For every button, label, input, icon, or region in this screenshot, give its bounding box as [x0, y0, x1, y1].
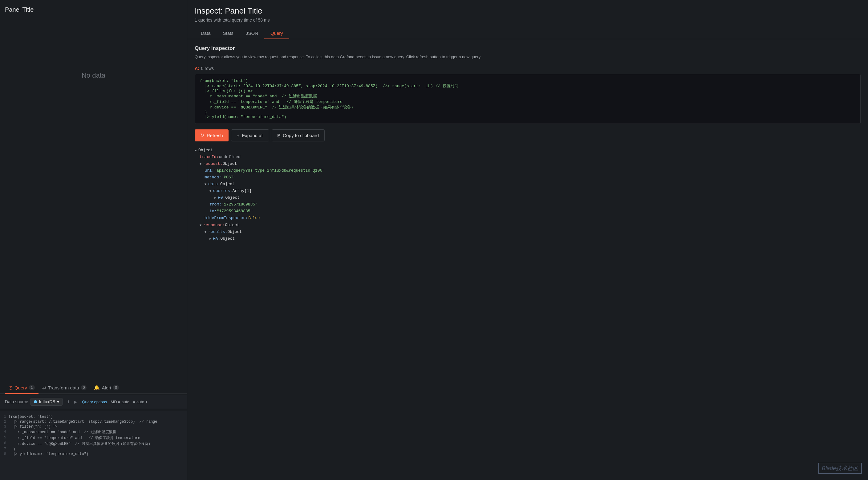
- code-line: 8 |> yield(name: "temperature_data"): [0, 452, 187, 457]
- json-row-results: ▼ results: Object: [195, 229, 861, 235]
- json-row-url: url: "api/ds/query?ds_type=influxdb&requ…: [195, 167, 861, 174]
- tab-query-inspect[interactable]: Query: [264, 27, 289, 39]
- refresh-button[interactable]: ↻ Refresh: [195, 129, 228, 142]
- inspect-title: Inspect: Panel Title: [195, 6, 861, 16]
- json-row-request: ▼ request: Object: [195, 160, 861, 167]
- watermark: Blade技术社区: [818, 463, 862, 474]
- json-row-to: to: "1729593469885": [195, 208, 861, 215]
- expand-icon: +: [237, 133, 240, 138]
- query-options-button[interactable]: Query options: [82, 399, 107, 404]
- triangle-icon[interactable]: ►: [214, 195, 218, 201]
- code-line: 4 r._measurement == "node" and // 过滤出温度数…: [0, 429, 187, 435]
- json-row-0: ► ►0: Object: [195, 194, 861, 201]
- expand-all-button[interactable]: + Expand all: [231, 129, 270, 142]
- triangle-icon[interactable]: ▼: [199, 161, 203, 167]
- triangle-icon[interactable]: ▼: [205, 182, 208, 187]
- json-row-from: from: "1729571869885": [195, 201, 861, 208]
- refresh-icon: ↻: [200, 132, 204, 138]
- inspect-subtitle: 1 queries with total query time of 58 ms: [195, 18, 861, 23]
- code-line: 5 r._field == "temperature" and // 确保字段是…: [0, 435, 187, 441]
- action-buttons: ↻ Refresh + Expand all ⎘ Copy to clipboa…: [195, 129, 861, 142]
- tab-stats[interactable]: Stats: [217, 27, 240, 39]
- code-line: 7 ): [0, 447, 187, 452]
- equals-label: = auto +: [133, 399, 148, 404]
- section-title: Query inspector: [195, 45, 861, 52]
- tab-data[interactable]: Data: [195, 27, 217, 39]
- arrow-right-icon: ▶: [74, 399, 77, 404]
- json-row-traceid: traceId: undefined: [195, 154, 861, 160]
- influxdb-icon: [34, 400, 37, 403]
- json-row-object: ▶ Object: [195, 147, 861, 154]
- tab-transform[interactable]: ⇄ Transform data 0: [38, 382, 91, 393]
- editor-tab-bar: ◷ Query 1 ⇄ Transform data 0 🔔 Alert 0: [0, 382, 187, 394]
- query-icon: ◷: [9, 385, 12, 390]
- triangle-icon[interactable]: ▶: [195, 148, 198, 153]
- left-panel: Panel Title No data ◷ Query 1 ⇄ Transfor…: [0, 0, 187, 480]
- alert-icon: 🔔: [94, 385, 100, 390]
- code-line: 2 |> range(start: v.timeRangeStart, stop…: [0, 419, 187, 424]
- json-row-response: ▼ response: Object: [195, 222, 861, 229]
- inspect-tabs: Data Stats JSON Query: [195, 27, 861, 39]
- json-row-data: ▼ data: Object: [195, 181, 861, 188]
- datasource-bar: Data source InfluxDB ▾ ℹ ▶ Query options…: [0, 395, 187, 409]
- triangle-icon[interactable]: ►: [210, 236, 213, 242]
- json-tree: ▶ Object traceId: undefined ▼ request: O…: [195, 147, 861, 242]
- panel-title: Panel Title: [0, 0, 187, 17]
- md-auto-label: MD = auto: [111, 399, 129, 404]
- inspect-body: Query inspector Query inspector allows y…: [187, 39, 868, 480]
- triangle-icon[interactable]: ▼: [205, 230, 208, 235]
- no-data-message: No data: [0, 17, 187, 134]
- triangle-icon[interactable]: ▼: [199, 223, 203, 228]
- json-row-a: ► ►A: Object: [195, 235, 861, 242]
- chevron-down-icon: ▾: [57, 399, 59, 404]
- datasource-select[interactable]: InfluxDB ▾: [30, 398, 63, 406]
- inspect-header: Inspect: Panel Title 1 queries with tota…: [187, 0, 868, 39]
- tab-alert[interactable]: 🔔 Alert 0: [90, 382, 123, 393]
- tab-query[interactable]: ◷ Query 1: [5, 382, 38, 393]
- json-row-queries: ▼ queries: Array[1]: [195, 188, 861, 194]
- copy-icon: ⎘: [278, 133, 280, 138]
- copy-clipboard-button[interactable]: ⎘ Copy to clipboard: [272, 129, 324, 142]
- info-icon: ℹ: [67, 399, 69, 404]
- json-row-hide: hideFromInspector: false: [195, 215, 861, 221]
- json-row-method: method: "POST": [195, 174, 861, 181]
- query-label: A: 0 rows: [195, 66, 214, 71]
- transform-icon: ⇄: [42, 385, 46, 390]
- code-line: 1 from(bucket: "test"): [0, 414, 187, 419]
- query-code-box: from(bucket: "test") |> range(start: 202…: [195, 74, 861, 124]
- tab-json[interactable]: JSON: [240, 27, 264, 39]
- code-line: 6 r.device == "dQBgXeWLRE" // 过滤出具体设备的数据…: [0, 441, 187, 447]
- section-desc: Query inspector allows you to view raw r…: [195, 54, 861, 60]
- triangle-icon[interactable]: ▼: [210, 188, 213, 194]
- right-panel: Inspect: Panel Title 1 queries with tota…: [187, 0, 868, 480]
- code-line: 3 |> filter(fn: (r) =>: [0, 424, 187, 429]
- query-code-editor[interactable]: 1 from(bucket: "test") 2 |> range(start:…: [0, 411, 187, 480]
